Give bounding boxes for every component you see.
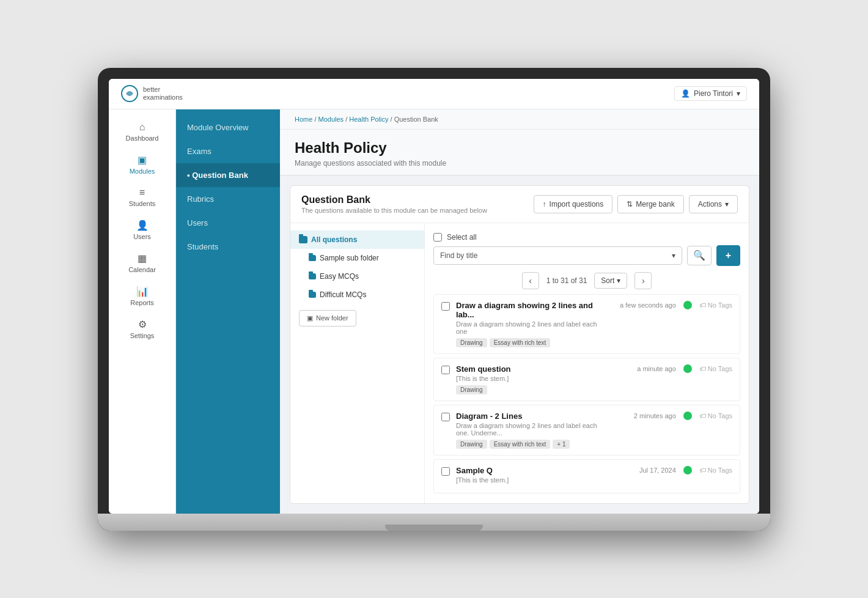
status-dot-3 bbox=[683, 412, 692, 420]
user-name: Piero Tintori bbox=[694, 89, 733, 98]
question-3-notags: 🏷 No Tags bbox=[699, 412, 732, 419]
status-dot-4 bbox=[683, 466, 692, 474]
question-2-time: a minute ago bbox=[637, 365, 676, 372]
module-nav-overview[interactable]: Module Overview bbox=[176, 116, 280, 139]
students-icon: ≡ bbox=[139, 187, 145, 198]
tag-icon-2: 🏷 bbox=[699, 365, 706, 372]
question-1-desc: Draw a diagram showing 2 lines and label… bbox=[456, 320, 604, 335]
content-area: Home / Modules / Health Policy / Questio… bbox=[280, 109, 759, 514]
module-nav-question-bank[interactable]: Question Bank bbox=[176, 163, 280, 187]
sidebar-item-students[interactable]: ≡ Students bbox=[109, 181, 175, 213]
actions-button[interactable]: Actions ▾ bbox=[689, 195, 738, 213]
sidebar-label-calendar: Calendar bbox=[128, 266, 156, 273]
tag-icon-4: 🏷 bbox=[699, 467, 706, 474]
questions-list: Select all Find by title ▾ 🔍 bbox=[425, 223, 749, 503]
sidebar-label-modules: Modules bbox=[130, 168, 155, 175]
module-nav-users[interactable]: Users bbox=[176, 211, 280, 235]
sidebar-item-reports[interactable]: 📊 Reports bbox=[109, 279, 175, 312]
question-4-time: Jul 17, 2024 bbox=[639, 467, 676, 474]
question-3-tags: Drawing Essay with rich text + 1 bbox=[456, 440, 604, 449]
import-icon: ↑ bbox=[543, 200, 546, 209]
sort-button[interactable]: Sort ▾ bbox=[594, 273, 627, 289]
question-item-3: Diagram - 2 Lines Draw a diagram showing… bbox=[433, 405, 740, 456]
sidebar-item-users[interactable]: 👤 Users bbox=[109, 213, 175, 246]
question-1-content: Draw a diagram showing 2 lines and lab..… bbox=[456, 301, 604, 347]
question-1-time: a few seconds ago bbox=[620, 301, 676, 309]
page-subtitle: Manage questions associated with this mo… bbox=[295, 159, 745, 168]
question-1-notags: 🏷 No Tags bbox=[699, 301, 732, 309]
select-chevron-icon: ▾ bbox=[672, 251, 675, 260]
tree-item-difficult-mcqs[interactable]: Difficult MCQs bbox=[290, 286, 424, 304]
breadcrumb-current: Question Bank bbox=[394, 116, 438, 123]
question-4-title: Sample Q bbox=[456, 466, 604, 475]
question-item-1: Draw a diagram showing 2 lines and lab..… bbox=[433, 294, 740, 354]
status-dot-1 bbox=[683, 301, 692, 309]
logo-icon bbox=[121, 85, 138, 102]
search-select[interactable]: Find by title ▾ bbox=[433, 246, 682, 265]
status-dot-2 bbox=[683, 364, 692, 373]
breadcrumb-health-policy[interactable]: Health Policy bbox=[349, 116, 388, 123]
sidebar-item-settings[interactable]: ⚙ Settings bbox=[109, 312, 175, 345]
tag-more-3: + 1 bbox=[553, 440, 570, 449]
question-item-2: Stem question [This is the stem.] Drawin… bbox=[433, 358, 740, 401]
sidebar-left: ⌂ Dashboard ▣ Modules ≡ Students 👤 Users… bbox=[109, 109, 176, 514]
question-bank-body: All questions Sample sub folder Easy MCQ… bbox=[290, 223, 749, 503]
sidebar-item-dashboard[interactable]: ⌂ Dashboard bbox=[109, 116, 175, 148]
question-4-checkbox[interactable] bbox=[441, 467, 450, 476]
search-button[interactable]: 🔍 bbox=[687, 246, 712, 265]
question-2-checkbox[interactable] bbox=[441, 366, 450, 374]
pagination-info: 1 to 31 of 31 bbox=[546, 276, 587, 285]
tree-item-sample-sub[interactable]: Sample sub folder bbox=[290, 249, 424, 267]
merge-bank-button[interactable]: ⇅ Merge bank bbox=[617, 195, 683, 213]
module-nav-exams[interactable]: Exams bbox=[176, 139, 280, 163]
select-all-checkbox[interactable] bbox=[433, 233, 442, 242]
search-row: Find by title ▾ 🔍 + bbox=[433, 245, 740, 266]
logo: better examinations bbox=[121, 85, 183, 102]
next-page-button[interactable]: › bbox=[634, 272, 652, 289]
sidebar-label-users: Users bbox=[133, 233, 151, 240]
question-3-content: Diagram - 2 Lines Draw a diagram showing… bbox=[456, 412, 604, 449]
prev-page-button[interactable]: ‹ bbox=[522, 272, 539, 289]
laptop-base bbox=[98, 514, 770, 531]
question-4-desc: [This is the stem.] bbox=[456, 476, 604, 484]
sort-chevron-icon: ▾ bbox=[617, 276, 620, 285]
tree-item-easy-mcqs[interactable]: Easy MCQs bbox=[290, 267, 424, 286]
question-2-desc: [This is the stem.] bbox=[456, 375, 604, 382]
question-1-tags: Drawing Essay with rich text bbox=[456, 338, 604, 347]
sidebar-item-calendar[interactable]: ▦ Calendar bbox=[109, 246, 175, 279]
question-1-checkbox[interactable] bbox=[441, 302, 450, 311]
question-2-title: Stem question bbox=[456, 364, 604, 374]
user-menu[interactable]: 👤 Piero Tintori ▾ bbox=[674, 86, 747, 101]
question-3-meta: 2 minutes ago 🏷 No Tags bbox=[610, 412, 732, 420]
pagination-row: ‹ 1 to 31 of 31 Sort ▾ › bbox=[433, 272, 740, 289]
breadcrumb-home[interactable]: Home bbox=[295, 116, 312, 123]
tag-drawing-3: Drawing bbox=[456, 440, 487, 449]
tree-item-all-questions[interactable]: All questions bbox=[290, 231, 424, 249]
question-4-notags: 🏷 No Tags bbox=[699, 467, 732, 474]
question-item-4: Sample Q [This is the stem.] Jul 17, 202… bbox=[433, 459, 740, 493]
question-bank-header: Question Bank The questions available to… bbox=[290, 186, 749, 223]
breadcrumb-modules[interactable]: Modules bbox=[318, 116, 344, 123]
page-title: Health Policy bbox=[295, 139, 745, 157]
merge-icon: ⇅ bbox=[627, 200, 633, 209]
module-nav-students[interactable]: Students bbox=[176, 235, 280, 259]
qbank-title: Question Bank bbox=[301, 194, 487, 205]
subfolder-icon bbox=[309, 273, 316, 279]
module-nav-rubrics[interactable]: Rubrics bbox=[176, 187, 280, 211]
user-icon: 👤 bbox=[681, 89, 690, 98]
sidebar-item-modules[interactable]: ▣ Modules bbox=[109, 148, 175, 181]
page-header: Health Policy Manage questions associate… bbox=[280, 130, 759, 175]
new-folder-button[interactable]: ▣ New folder bbox=[299, 310, 356, 327]
import-questions-button[interactable]: ↑ Import questions bbox=[534, 195, 613, 213]
tag-essay-3: Essay with rich text bbox=[490, 440, 551, 449]
tag-drawing-2: Drawing bbox=[456, 385, 487, 394]
question-3-checkbox[interactable] bbox=[441, 413, 450, 421]
question-1-meta: a few seconds ago 🏷 No Tags bbox=[610, 301, 732, 309]
search-icon: 🔍 bbox=[693, 249, 705, 261]
add-question-button[interactable]: + bbox=[716, 245, 740, 266]
qbank-title-block: Question Bank The questions available to… bbox=[301, 194, 487, 214]
sidebar-label-students: Students bbox=[129, 200, 155, 207]
question-3-desc: Draw a diagram showing 2 lines and label… bbox=[456, 422, 604, 437]
tag-icon-1: 🏷 bbox=[699, 301, 706, 309]
users-icon: 👤 bbox=[136, 220, 149, 231]
